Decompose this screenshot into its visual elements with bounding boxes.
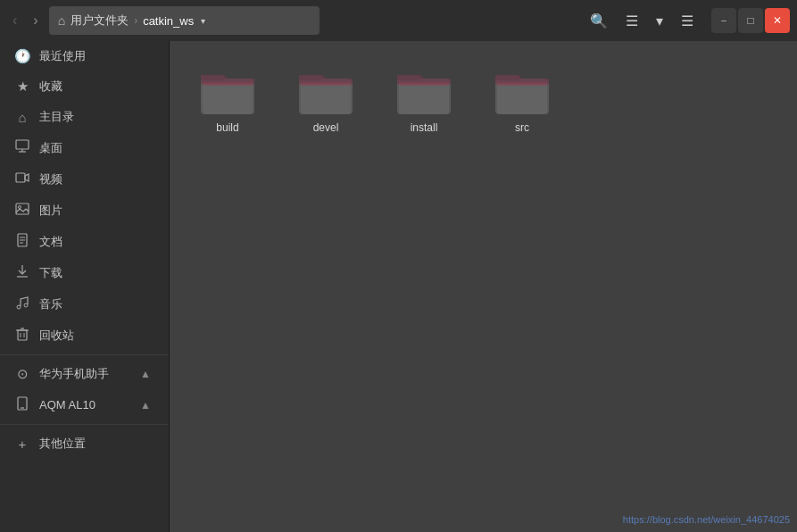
folder-src[interactable]: src (482, 59, 562, 141)
device-huawei-left: ⊙ 华为手机助手 (14, 366, 109, 382)
sidebar-item-videos[interactable]: 视频 (0, 163, 169, 195)
folder-src-label: src (515, 121, 529, 134)
folder-devel-icon (297, 66, 354, 116)
main-layout: 🕐 最近使用 ★ 收藏 ⌂ 主目录 桌面 (0, 41, 797, 532)
sidebar-item-home[interactable]: ⌂ 主目录 (0, 102, 169, 132)
svg-rect-5 (16, 204, 29, 214)
videos-icon (14, 170, 30, 187)
sidebar-item-pictures[interactable]: 图片 (0, 195, 169, 226)
breadcrumb: ⌂ 用户文件夹 › catkin_ws ▾ (49, 6, 320, 35)
trash-icon (14, 327, 30, 344)
minimize-button[interactable]: － (711, 8, 736, 33)
folder-build-label: build (216, 121, 238, 134)
view-list-button[interactable]: ☰ (619, 9, 645, 33)
recent-icon: 🕐 (14, 48, 30, 64)
sidebar-label-music: 音乐 (39, 296, 62, 312)
eject-aqm-button[interactable]: ▲ (137, 397, 154, 413)
sidebar-item-trash[interactable]: 回收站 (0, 320, 169, 351)
folder-devel-label: devel (313, 121, 339, 134)
sidebar-label-aqm: AQM AL10 (39, 398, 95, 411)
folder-src-icon (494, 66, 551, 116)
svg-rect-0 (16, 140, 29, 149)
titlebar-actions: 🔍 ☰ ▾ ☰ (583, 9, 701, 33)
folder-install[interactable]: install (384, 59, 464, 141)
svg-point-13 (17, 305, 21, 309)
breadcrumb-dropdown-button[interactable]: ▾ (199, 16, 207, 26)
folder-devel[interactable]: devel (286, 59, 366, 141)
svg-rect-3 (16, 173, 25, 182)
sidebar-label-huawei: 华为手机助手 (39, 366, 109, 382)
svg-marker-4 (25, 174, 29, 181)
back-button[interactable]: ‹ (7, 9, 22, 32)
folder-install-label: install (411, 121, 438, 134)
sidebar-divider-1 (0, 354, 169, 355)
breadcrumb-current: catkin_ws (143, 14, 194, 28)
sidebar-item-desktop[interactable]: 桌面 (0, 132, 169, 163)
search-button[interactable]: 🔍 (583, 9, 615, 33)
svg-point-14 (24, 303, 28, 307)
window-controls: － □ ✕ (711, 8, 790, 33)
home-sidebar-icon: ⌂ (14, 110, 30, 125)
sidebar-label-pictures: 图片 (39, 203, 62, 219)
sidebar-label-downloads: 下载 (39, 265, 62, 281)
sidebar-label-desktop: 桌面 (39, 140, 62, 156)
maximize-button[interactable]: □ (738, 8, 763, 33)
sidebar-item-documents[interactable]: 文档 (0, 226, 169, 257)
downloads-icon (14, 264, 30, 281)
sidebar: 🕐 最近使用 ★ 收藏 ⌂ 主目录 桌面 (0, 41, 170, 532)
huawei-device-icon: ⊙ (14, 366, 30, 382)
folder-install-icon (395, 66, 452, 116)
desktop-icon (14, 139, 30, 156)
sidebar-label-trash: 回收站 (39, 328, 74, 344)
home-icon: ⌂ (58, 13, 65, 28)
favorites-icon: ★ (14, 79, 30, 95)
sidebar-label-videos: 视频 (39, 171, 62, 187)
sidebar-label-documents: 文档 (39, 234, 62, 250)
close-button[interactable]: ✕ (765, 8, 790, 33)
sidebar-device-aqm[interactable]: AQM AL10 ▲ (0, 389, 169, 420)
menu-button[interactable]: ☰ (674, 9, 701, 33)
sidebar-item-other-locations[interactable]: + 其他位置 (0, 428, 169, 459)
titlebar: ‹ › ⌂ 用户文件夹 › catkin_ws ▾ 🔍 ☰ ▾ ☰ － □ ✕ (0, 0, 797, 41)
other-locations-icon: + (14, 436, 30, 452)
sidebar-item-favorites[interactable]: ★ 收藏 (0, 71, 169, 102)
sidebar-label-other: 其他位置 (39, 436, 86, 452)
music-icon (14, 295, 30, 312)
device-aqm-left: AQM AL10 (14, 396, 95, 413)
aqm-device-icon (14, 396, 30, 413)
svg-rect-15 (18, 330, 27, 340)
view-options-button[interactable]: ▾ (649, 9, 670, 33)
folder-build-icon (199, 66, 256, 116)
breadcrumb-separator: › (134, 14, 137, 27)
documents-icon (14, 233, 30, 250)
pictures-icon (14, 202, 30, 219)
sidebar-item-downloads[interactable]: 下载 (0, 257, 169, 288)
sidebar-item-music[interactable]: 音乐 (0, 288, 169, 320)
eject-huawei-button[interactable]: ▲ (137, 366, 154, 382)
sidebar-label-home: 主目录 (39, 109, 74, 125)
folder-build[interactable]: build (187, 59, 268, 141)
svg-point-6 (19, 206, 21, 209)
sidebar-label-favorites: 收藏 (39, 79, 62, 95)
file-content-area: build devel (170, 41, 797, 532)
sidebar-divider-2 (0, 424, 169, 425)
forward-button[interactable]: › (28, 9, 43, 32)
breadcrumb-home: 用户文件夹 (71, 12, 129, 29)
sidebar-device-huawei[interactable]: ⊙ 华为手机助手 ▲ (0, 359, 169, 389)
sidebar-label-recent: 最近使用 (39, 48, 86, 64)
sidebar-item-recent[interactable]: 🕐 最近使用 (0, 41, 169, 71)
